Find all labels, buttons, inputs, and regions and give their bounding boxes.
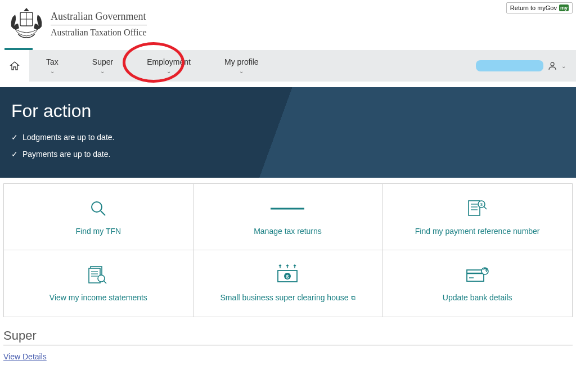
nav-label: My profile (224, 57, 259, 66)
return-to-mygov-button[interactable]: Return to myGov my (506, 2, 573, 13)
svg-line-13 (484, 206, 487, 209)
status-payments: ✓ Payments are up to date. (11, 150, 565, 159)
status-text: Lodgments are up to date. (22, 133, 114, 142)
tile-label: Manage tax returns (254, 227, 322, 236)
card-refresh-icon (465, 265, 490, 285)
search-icon (89, 199, 107, 219)
nav-label: Employment (147, 57, 191, 66)
svg-point-3 (551, 62, 554, 66)
main-nav: Tax ⌄ Super ⌄ Employment ⌄ My profile ⌄ … (0, 50, 576, 82)
user-menu[interactable]: ⌄ (476, 60, 576, 71)
chevron-down-icon: ⌄ (100, 68, 105, 74)
gov-heading-1: Australian Government (51, 11, 147, 25)
logo-area: Australian Government Australian Taxatio… (3, 2, 147, 42)
tile-small-business-super[interactable]: $ Small business super clearing house ⧉ (194, 250, 383, 317)
chevron-down-icon: ⌄ (166, 68, 171, 74)
svg-point-4 (92, 202, 102, 212)
active-tab-indicator (4, 48, 33, 50)
nav-item-employment[interactable]: Employment ⌄ (130, 50, 208, 82)
tile-label: View my income statements (50, 293, 147, 302)
return-label: Return to myGov (510, 4, 557, 11)
mygov-badge-icon: my (559, 4, 569, 11)
status-lodgments: ✓ Lodgments are up to date. (11, 133, 565, 142)
tile-label-text: Small business super clearing house (220, 293, 348, 302)
quick-links-grid: Find my TFN Manage tax returns $ Find my… (3, 183, 573, 317)
tile-update-bank-details[interactable]: Update bank details (382, 250, 572, 317)
tile-view-income-statements[interactable]: View my income statements (4, 250, 194, 317)
action-banner: For action ✓ Lodgments are up to date. ✓… (0, 87, 576, 178)
banner-title: For action (11, 101, 565, 121)
external-link-icon: ⧉ (351, 294, 356, 301)
tile-label: Find my payment reference number (415, 227, 540, 236)
check-icon: ✓ (11, 133, 18, 142)
progress-line-icon (271, 199, 304, 219)
document-search-dollar-icon: $ (466, 199, 489, 219)
tile-label: Update bank details (443, 293, 512, 302)
tile-find-payment-reference[interactable]: $ Find my payment reference number (382, 184, 572, 250)
svg-text:$: $ (480, 202, 483, 206)
coat-of-arms-icon (7, 6, 46, 42)
redacted-username (476, 60, 543, 71)
svg-line-5 (101, 211, 105, 215)
chevron-down-icon: ⌄ (561, 63, 566, 69)
document-magnify-icon (87, 265, 110, 285)
nav-label: Tax (46, 57, 58, 66)
nav-label: Super (92, 57, 113, 66)
nav-item-my-profile[interactable]: My profile ⌄ (208, 50, 276, 82)
money-upload-icon: $ (274, 265, 300, 285)
nav-item-super[interactable]: Super ⌄ (75, 50, 130, 82)
svg-text:$: $ (286, 274, 289, 280)
tile-label: Small business super clearing house ⧉ (220, 293, 355, 302)
gov-heading-2: Australian Taxation Office (51, 25, 147, 38)
check-icon: ✓ (11, 150, 18, 159)
tile-label: Find my TFN (76, 227, 122, 236)
home-icon (10, 61, 20, 71)
nav-item-tax[interactable]: Tax ⌄ (29, 50, 75, 82)
user-icon (548, 61, 557, 70)
section-super-heading: Super (3, 328, 573, 345)
chevron-down-icon: ⌄ (50, 68, 55, 74)
chevron-down-icon: ⌄ (239, 68, 244, 74)
tile-find-tfn[interactable]: Find my TFN (4, 184, 194, 250)
nav-home-button[interactable] (0, 50, 29, 82)
government-title: Australian Government Australian Taxatio… (51, 11, 147, 38)
view-details-link[interactable]: View Details (3, 352, 47, 361)
svg-line-20 (104, 281, 106, 283)
page-header: Australian Government Australian Taxatio… (0, 0, 576, 44)
tile-manage-tax-returns[interactable]: Manage tax returns (194, 184, 383, 250)
status-text: Payments are up to date. (22, 150, 110, 159)
